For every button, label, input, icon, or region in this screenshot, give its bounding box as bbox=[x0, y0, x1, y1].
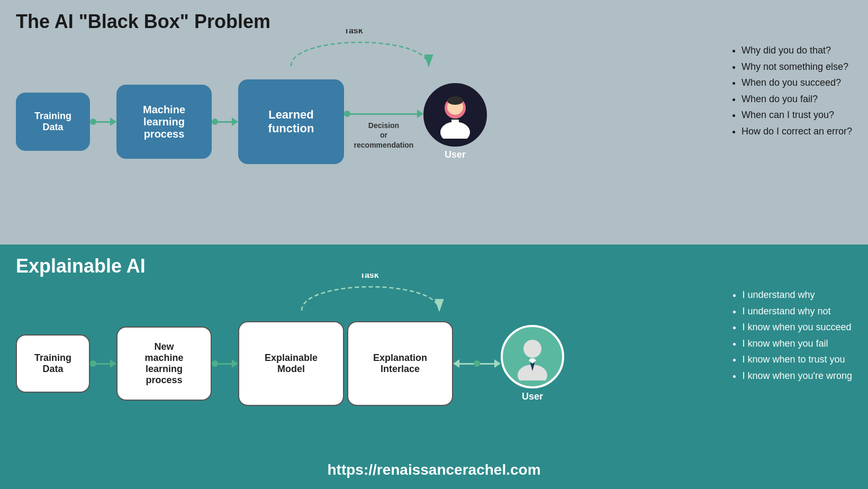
svg-point-10 bbox=[523, 340, 541, 358]
double-box-area: ExplainableModel ExplanationInterlace bbox=[238, 321, 453, 406]
svg-rect-6 bbox=[451, 120, 459, 125]
question-5: When can I trust you? bbox=[742, 107, 852, 123]
user-label-top: User bbox=[445, 149, 466, 160]
arrow2-bottom bbox=[212, 359, 238, 368]
user-icon-top bbox=[423, 83, 487, 147]
task-arrow-bottom: Task bbox=[111, 274, 482, 316]
bottom-section: Explainable AI Task TrainingData Newmach… bbox=[0, 245, 868, 489]
decision-label: Decisionor recommendation bbox=[349, 121, 418, 150]
bottom-question-2: I understand why not bbox=[742, 303, 852, 320]
person-svg-bottom bbox=[509, 333, 556, 381]
explanation-interlace-box: ExplanationInterlace bbox=[347, 321, 453, 406]
new-ml-process-box: Newmachinelearningprocess bbox=[116, 327, 212, 401]
ml-process-box-top: Machinelearningprocess bbox=[116, 85, 212, 159]
top-flow-row: TrainingData Machinelearningprocess Lear… bbox=[16, 79, 487, 164]
svg-point-5 bbox=[447, 96, 463, 105]
bottom-question-1: I understand why bbox=[742, 287, 852, 303]
question-3: When do you succeed? bbox=[742, 75, 852, 91]
user-arrow-bottom bbox=[453, 359, 501, 368]
bottom-question-3: I know when you succeed bbox=[742, 319, 852, 336]
learned-fn-box: Learnedfunction bbox=[238, 79, 344, 164]
website-url: https://renaissancerachel.com bbox=[327, 461, 540, 478]
task-label-top: Task bbox=[344, 29, 363, 35]
person-svg-top bbox=[431, 91, 479, 139]
task-arrow-top: Task bbox=[111, 29, 482, 71]
task-label-bottom: Task bbox=[360, 274, 378, 279]
bottom-question-5: I know when to trust you bbox=[742, 351, 852, 368]
question-4: When do you fail? bbox=[742, 91, 852, 107]
questions-list-bottom: I understand why I understand why not I … bbox=[731, 287, 852, 384]
top-section: The AI "Black Box" Problem Task Training… bbox=[0, 0, 868, 245]
arrow2-top bbox=[212, 117, 238, 126]
user-label-bottom: User bbox=[522, 391, 543, 402]
user-area-bottom: User bbox=[501, 325, 564, 402]
user-icon-bottom bbox=[501, 325, 564, 388]
bottom-question-4: I know when you fail bbox=[742, 336, 852, 352]
user-area-top: User bbox=[423, 83, 487, 160]
arrow1-top bbox=[90, 117, 116, 126]
questions-list-top: Why did you do that? Why not something e… bbox=[731, 42, 852, 140]
bottom-flow-row: TrainingData Newmachinelearningprocess E… bbox=[16, 321, 564, 406]
decision-arrow-area: Decisionor recommendation bbox=[344, 94, 423, 150]
training-data-box-bottom: TrainingData bbox=[16, 334, 90, 393]
explainable-model-box: ExplainableModel bbox=[238, 321, 344, 406]
training-data-box-top: TrainingData bbox=[16, 93, 90, 151]
question-1: Why did you do that? bbox=[742, 42, 852, 59]
arrow1-bottom bbox=[90, 359, 116, 368]
question-2: Why not something else? bbox=[742, 59, 852, 75]
bottom-question-6: I know when you're wrong bbox=[742, 368, 852, 384]
question-6: How do I correct an error? bbox=[742, 123, 852, 140]
